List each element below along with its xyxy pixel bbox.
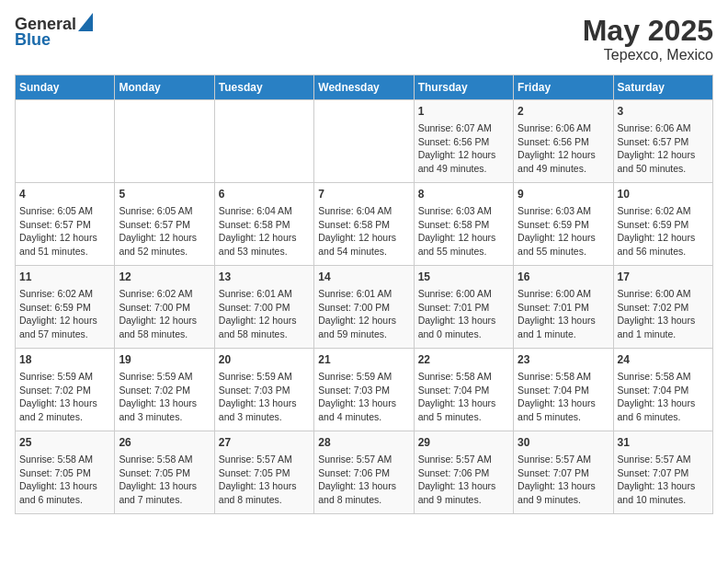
day-info-line: Sunset: 7:06 PM: [318, 467, 390, 478]
calendar-cell: 6Sunrise: 6:04 AMSunset: 6:58 PMDaylight…: [214, 183, 313, 266]
weekday-header-tuesday: Tuesday: [214, 75, 313, 100]
calendar-week-3: 11Sunrise: 6:02 AMSunset: 6:59 PMDayligh…: [16, 266, 713, 349]
day-info-line: Daylight: 12 hours: [618, 149, 696, 160]
day-info: Sunrise: 6:05 AMSunset: 6:57 PMDaylight:…: [19, 204, 110, 259]
day-info-line: Sunrise: 5:58 AM: [518, 371, 591, 382]
day-info-line: Sunrise: 6:05 AM: [119, 205, 192, 216]
day-info: Sunrise: 6:01 AMSunset: 7:00 PMDaylight:…: [318, 287, 409, 341]
calendar-title: May 2025: [583, 15, 713, 47]
day-info-line: Sunset: 7:00 PM: [119, 302, 190, 313]
day-info-line: Sunrise: 6:02 AM: [19, 288, 93, 299]
day-info-line: and 3 minutes.: [219, 411, 282, 422]
day-info-line: and 10 minutes.: [618, 494, 687, 505]
day-info-line: Daylight: 13 hours: [19, 480, 97, 491]
day-info-line: Sunset: 6:58 PM: [318, 219, 390, 230]
day-info: Sunrise: 6:02 AMSunset: 6:59 PMDaylight:…: [618, 204, 709, 259]
day-info-line: Sunrise: 6:00 AM: [618, 288, 691, 299]
day-info-line: Sunset: 7:02 PM: [19, 385, 91, 396]
day-number: 9: [518, 187, 609, 202]
day-info-line: Sunrise: 6:01 AM: [219, 288, 292, 299]
day-info-line: Sunrise: 5:58 AM: [618, 371, 691, 382]
day-info-line: Daylight: 12 hours: [418, 149, 496, 160]
day-info-line: Daylight: 12 hours: [19, 315, 97, 326]
day-info-line: Sunset: 7:02 PM: [618, 302, 689, 313]
day-number: 15: [418, 270, 509, 285]
day-number: 17: [618, 270, 709, 285]
day-info: Sunrise: 5:57 AMSunset: 7:07 PMDaylight:…: [618, 453, 709, 507]
day-number: 29: [418, 435, 509, 451]
page-header: General Blue May 2025 Tepexco, Mexico: [15, 15, 713, 63]
day-info-line: Daylight: 12 hours: [318, 232, 396, 243]
day-info: Sunrise: 6:07 AMSunset: 6:56 PMDaylight:…: [418, 121, 509, 176]
day-info-line: and 58 minutes.: [119, 328, 188, 339]
day-info-line: Daylight: 13 hours: [418, 315, 496, 326]
day-info-line: Daylight: 12 hours: [219, 315, 297, 326]
day-info-line: Sunrise: 5:58 AM: [19, 454, 93, 465]
logo: General Blue: [15, 15, 93, 50]
day-info-line: Daylight: 13 hours: [618, 397, 696, 408]
day-info: Sunrise: 6:05 AMSunset: 6:57 PMDaylight:…: [119, 204, 210, 259]
day-info-line: Sunrise: 5:57 AM: [219, 454, 292, 465]
calendar-cell: 24Sunrise: 5:58 AMSunset: 7:04 PMDayligh…: [613, 349, 712, 431]
weekday-header-friday: Friday: [514, 75, 613, 100]
calendar-cell: 30Sunrise: 5:57 AMSunset: 7:07 PMDayligh…: [514, 431, 613, 514]
day-info-line: and 5 minutes.: [418, 411, 482, 422]
day-info-line: and 54 minutes.: [318, 246, 387, 257]
day-info-line: Daylight: 13 hours: [518, 480, 596, 491]
day-info: Sunrise: 5:59 AMSunset: 7:03 PMDaylight:…: [219, 370, 310, 424]
day-info-line: Sunrise: 6:01 AM: [318, 288, 392, 299]
day-number: 22: [418, 352, 509, 368]
weekday-header-row: SundayMondayTuesdayWednesdayThursdayFrid…: [16, 75, 713, 100]
day-number: 16: [518, 270, 609, 285]
calendar-cell: 10Sunrise: 6:02 AMSunset: 6:59 PMDayligh…: [613, 183, 712, 266]
calendar-cell: 5Sunrise: 6:05 AMSunset: 6:57 PMDaylight…: [115, 183, 214, 266]
day-info-line: Sunset: 7:00 PM: [318, 302, 390, 313]
day-number: 24: [618, 352, 709, 368]
logo-arrow-icon: [78, 13, 93, 31]
day-info-line: and 55 minutes.: [418, 246, 487, 257]
day-info-line: and 6 minutes.: [618, 411, 681, 422]
calendar-cell: [16, 100, 115, 183]
day-number: 31: [618, 435, 709, 451]
day-info-line: Sunset: 7:00 PM: [219, 302, 290, 313]
day-info-line: Sunrise: 5:57 AM: [518, 454, 591, 465]
calendar-cell: 27Sunrise: 5:57 AMSunset: 7:05 PMDayligh…: [214, 431, 313, 514]
day-info-line: and 4 minutes.: [318, 411, 381, 422]
day-info-line: Daylight: 13 hours: [518, 397, 596, 408]
day-info-line: Sunset: 7:07 PM: [618, 467, 689, 478]
day-number: 7: [318, 187, 409, 202]
day-info-line: Daylight: 13 hours: [618, 315, 696, 326]
day-info-line: Sunset: 6:58 PM: [418, 219, 490, 230]
day-info-line: Daylight: 13 hours: [119, 397, 197, 408]
day-info: Sunrise: 5:57 AMSunset: 7:06 PMDaylight:…: [418, 453, 509, 507]
day-info-line: Daylight: 12 hours: [119, 315, 197, 326]
day-info-line: Sunset: 6:57 PM: [119, 219, 190, 230]
calendar-cell: 28Sunrise: 5:57 AMSunset: 7:06 PMDayligh…: [314, 431, 414, 514]
day-info-line: and 5 minutes.: [518, 411, 581, 422]
weekday-header-sunday: Sunday: [16, 75, 115, 100]
calendar-cell: 13Sunrise: 6:01 AMSunset: 7:00 PMDayligh…: [214, 266, 313, 349]
day-info-line: and 8 minutes.: [318, 494, 381, 505]
day-info-line: Sunrise: 5:59 AM: [119, 371, 192, 382]
day-info: Sunrise: 6:01 AMSunset: 7:00 PMDaylight:…: [219, 287, 310, 341]
day-info-line: Sunrise: 5:59 AM: [219, 371, 292, 382]
calendar-week-2: 4Sunrise: 6:05 AMSunset: 6:57 PMDaylight…: [16, 183, 713, 266]
day-info-line: Sunset: 6:56 PM: [418, 136, 490, 147]
weekday-header-thursday: Thursday: [414, 75, 513, 100]
day-info: Sunrise: 6:03 AMSunset: 6:58 PMDaylight:…: [418, 204, 509, 259]
day-info-line: Daylight: 13 hours: [119, 480, 197, 491]
day-number: 2: [518, 104, 609, 120]
day-info-line: Daylight: 12 hours: [518, 149, 596, 160]
day-number: 28: [318, 435, 409, 451]
day-info: Sunrise: 5:59 AMSunset: 7:02 PMDaylight:…: [19, 370, 110, 424]
day-info-line: Sunrise: 6:00 AM: [418, 288, 492, 299]
calendar-cell: 2Sunrise: 6:06 AMSunset: 6:56 PMDaylight…: [514, 100, 613, 183]
day-info-line: and 7 minutes.: [119, 494, 182, 505]
day-info: Sunrise: 5:58 AMSunset: 7:04 PMDaylight:…: [618, 370, 709, 424]
day-info-line: Sunset: 7:04 PM: [618, 385, 689, 396]
calendar-cell: 15Sunrise: 6:00 AMSunset: 7:01 PMDayligh…: [414, 266, 513, 349]
day-info-line: Sunset: 7:04 PM: [418, 385, 490, 396]
calendar-cell: 11Sunrise: 6:02 AMSunset: 6:59 PMDayligh…: [16, 266, 115, 349]
day-info-line: Sunrise: 6:04 AM: [219, 205, 292, 216]
calendar-cell: 19Sunrise: 5:59 AMSunset: 7:02 PMDayligh…: [115, 349, 214, 431]
